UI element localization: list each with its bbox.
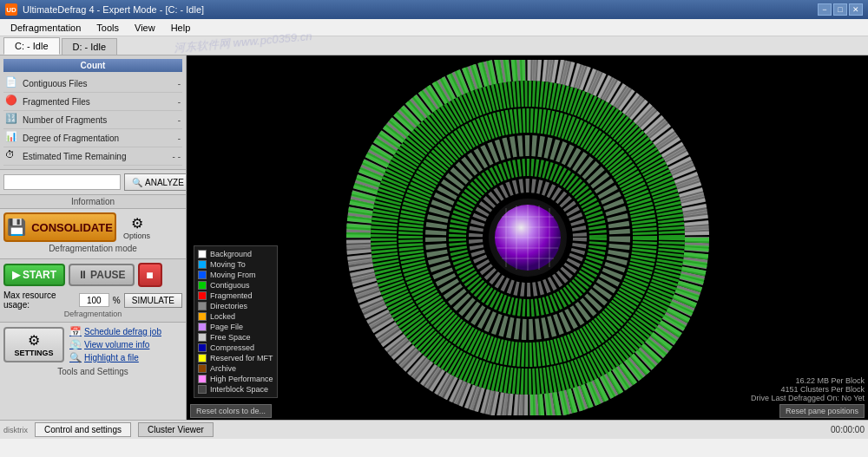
settings-gear-icon: ⚙ (28, 332, 40, 349)
legend-moving-to: Moving To (198, 260, 273, 269)
legend-page-file: Page File (198, 323, 273, 331)
fragments-icon: 🔢 (5, 113, 19, 127)
defrag-section: 💾 CONSOLIDATE ⚙ Options Defragmentation … (0, 209, 186, 259)
contiguous-icon: 📄 (5, 76, 19, 90)
legend: Background Moving To Moving From Contigu… (194, 245, 278, 398)
info-mb-per-block: 16.22 MB Per Block (751, 376, 865, 385)
menu-tools[interactable]: Tools (89, 21, 126, 35)
window-title: UltimateDefrag 4 - Expert Mode - [C: - I… (23, 4, 204, 15)
legend-label-free-space: Free Space (210, 333, 251, 342)
menu-view[interactable]: View (128, 21, 162, 35)
control-section: ▶ START ⏸ PAUSE ■ Max resource usage: % … (0, 259, 186, 323)
consolidate-button[interactable]: 💾 CONSOLIDATE (3, 212, 116, 242)
consolidate-label: CONSOLIDATE (31, 221, 113, 234)
menu-help[interactable]: Help (164, 21, 198, 35)
stat-label-degree: Degree of Fragmentation (23, 134, 160, 143)
reset-pane-positions-button[interactable]: Reset pane positions (779, 404, 865, 418)
legend-locked: Locked (198, 312, 273, 321)
status-tab-cluster[interactable]: Cluster Viewer (138, 422, 214, 437)
resource-label: Max resource usage: (3, 291, 76, 310)
stop-button[interactable]: ■ (138, 263, 162, 287)
stat-value-degree: - (163, 134, 181, 143)
resource-unit: % (113, 296, 121, 305)
simulate-button[interactable]: SIMULATE (124, 293, 182, 308)
legend-label-interblock: Interblock Space (210, 385, 268, 394)
legend-color-reserved-mft (198, 354, 207, 362)
legend-color-background (198, 250, 207, 258)
play-icon: ▶ (12, 269, 20, 281)
disk-svg (224, 60, 832, 415)
defrag-sublabel: Defragmentation (3, 310, 182, 318)
legend-label-fragmented: Fragmented (210, 291, 253, 300)
stat-value-fragmented: - (163, 97, 181, 107)
pause-button[interactable]: ⏸ PAUSE (69, 264, 134, 286)
legend-directories: Directories (198, 302, 273, 310)
legend-label-moving-to: Moving To (210, 260, 246, 269)
legend-color-locked (198, 312, 207, 321)
legend-color-page-file (198, 323, 207, 331)
schedule-link[interactable]: 📅 Schedule defrag job (69, 326, 161, 337)
brand-logo: disktrix (3, 426, 28, 434)
options-button[interactable]: ⚙ Options (122, 213, 152, 242)
degree-icon: 📊 (5, 131, 19, 145)
consolidate-icon: 💾 (7, 218, 26, 237)
start-button[interactable]: ▶ START (3, 264, 65, 286)
legend-background: Background (198, 250, 273, 258)
legend-compressed: Compressed (198, 343, 273, 352)
legend-color-moving-from (198, 271, 207, 279)
left-panel: Count 📄 Contiguous Files - 🔴 Fragmented … (0, 55, 187, 420)
legend-reserved-mft: Reserved for MFT (198, 354, 273, 362)
analyze-button[interactable]: 🔍 ANALYZE (124, 173, 187, 191)
legend-label-locked: Locked (210, 312, 235, 321)
stat-contiguous-files: 📄 Contiguous Files - (3, 75, 182, 93)
legend-label-reserved-mft: Reserved for MFT (210, 354, 273, 362)
volume-icon: 💿 (69, 339, 82, 350)
legend-color-fragmented (198, 291, 207, 300)
analyze-input[interactable] (3, 174, 121, 190)
stat-label-contiguous: Contiguous Files (23, 79, 160, 88)
tab-c-drive[interactable]: C: - Idle (3, 37, 60, 55)
fragmented-icon: 🔴 (5, 95, 19, 108)
legend-color-free-space (198, 333, 207, 342)
bottom-info: 16.22 MB Per Block 4151 Clusters Per Blo… (751, 376, 865, 418)
highlight-icon: 🔍 (69, 352, 82, 363)
legend-label-background: Background (210, 250, 252, 258)
tab-d-drive[interactable]: D: - Idle (62, 38, 118, 55)
reset-colors-button[interactable]: Reset colors to de... (190, 404, 272, 418)
legend-label-directories: Directories (210, 302, 247, 310)
stat-label-time: Estimated Time Remaining (23, 152, 160, 161)
stat-value-fragments: - (163, 115, 181, 125)
legend-label-page-file: Page File (210, 323, 243, 331)
settings-button[interactable]: ⚙ SETTINGS (3, 327, 64, 362)
stats-header: Count (3, 59, 182, 72)
close-button[interactable]: ✕ (849, 3, 863, 16)
legend-label-moving-from: Moving From (210, 271, 256, 279)
stat-label-fragmented: Fragmented Files (23, 97, 160, 107)
stat-label-fragments: Number of Fragments (23, 115, 160, 125)
legend-free-space: Free Space (198, 333, 273, 342)
menu-bar: Defragmentation Tools View Help (0, 19, 868, 36)
volume-info-link[interactable]: 💿 View volume info (69, 339, 161, 350)
menu-defragmentation[interactable]: Defragmentation (3, 21, 88, 35)
legend-color-directories (198, 302, 207, 310)
disk-viz-container (187, 55, 868, 420)
legend-moving-from: Moving From (198, 271, 273, 279)
maximize-button[interactable]: □ (833, 3, 847, 16)
resource-input[interactable] (79, 293, 109, 307)
legend-color-compressed (198, 343, 207, 352)
disk-visualization: Background Moving To Moving From Contigu… (187, 55, 868, 420)
status-tab-control[interactable]: Control and settings (35, 422, 131, 437)
highlight-link[interactable]: 🔍 Highlight a file (69, 352, 161, 363)
status-timer: 00:00:00 (831, 425, 865, 434)
title-bar: UD UltimateDefrag 4 - Expert Mode - [C: … (0, 0, 868, 19)
stat-fragmented-files: 🔴 Fragmented Files - (3, 93, 182, 111)
options-icon: ⚙ (131, 215, 143, 232)
defrag-mode-label: Defragmentation mode (3, 242, 182, 255)
stat-fragments: 🔢 Number of Fragments - (3, 111, 182, 129)
minimize-button[interactable]: − (818, 3, 832, 16)
status-bar: disktrix Control and settings Cluster Vi… (0, 420, 868, 439)
legend-fragmented: Fragmented (198, 291, 273, 300)
stat-time: ⏱ Estimated Time Remaining - - (3, 147, 182, 166)
stat-value-contiguous: - (163, 79, 181, 88)
legend-label-high-performance: High Performance (210, 375, 273, 383)
